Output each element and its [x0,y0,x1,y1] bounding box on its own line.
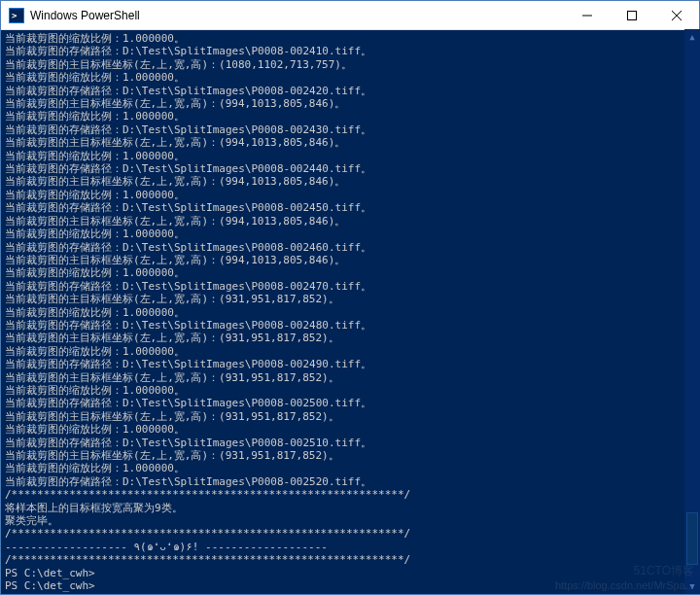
terminal-line: 当前裁剪图的存储路径：D:\Test\SplitImages\P0008-002… [5,201,695,214]
terminal-line: 当前裁剪图的主目标框坐标(左,上,宽,高)：(994,1013,805,846)… [5,136,695,149]
terminal-line: 当前裁剪图的缩放比例：1.000000。 [5,189,695,201]
terminal-line: 当前裁剪图的主目标框坐标(左,上,宽,高)：(931,951,817,852)。 [5,332,695,344]
watermark-url: https://blog.csdn.net/MrSpa... [555,579,694,591]
terminal-line: 当前裁剪图的存储路径：D:\Test\SplitImages\P0008-002… [5,45,695,57]
terminal-line: 当前裁剪图的缩放比例：1.000000。 [5,71,695,84]
terminal-line: 当前裁剪图的存储路径：D:\Test\SplitImages\P0008-002… [5,162,695,175]
terminal-line: 当前裁剪图的存储路径：D:\Test\SplitImages\P0008-002… [5,123,695,136]
terminal-line: 当前裁剪图的主目标框坐标(左,上,宽,高)：(994,1013,805,846)… [5,175,695,188]
terminal-line: 当前裁剪图的缩放比例：1.000000。 [5,266,695,279]
close-button[interactable] [654,1,699,29]
powershell-window: Windows PowerShell 当前裁剪图的缩放比例：1.000000。当… [0,0,700,595]
terminal-line: 当前裁剪图的缩放比例：1.000000。 [5,228,695,240]
terminal-line: 当前裁剪图的主目标框坐标(左,上,宽,高)：(994,1013,805,846)… [5,215,695,228]
svg-rect-1 [628,11,637,19]
terminal-line: /***************************************… [5,553,695,566]
terminal-line: 当前裁剪图的存储路径：D:\Test\SplitImages\P0008-002… [5,437,695,449]
vertical-scrollbar[interactable]: ▲ ▼ [684,29,700,594]
terminal-line: 当前裁剪图的存储路径：D:\Test\SplitImages\P0008-002… [5,241,695,254]
minimize-button[interactable] [565,1,610,29]
terminal-line: 当前裁剪图的主目标框坐标(左,上,宽,高)：(994,1013,805,846)… [5,254,695,266]
powershell-icon [9,8,24,23]
terminal-line: 当前裁剪图的主目标框坐标(左,上,宽,高)：(931,951,817,852)。 [5,293,695,305]
terminal-line: 当前裁剪图的缩放比例：1.000000。 [5,345,695,358]
terminal-line: 当前裁剪图的存储路径：D:\Test\SplitImages\P0008-002… [5,358,695,370]
scrollbar-thumb[interactable] [686,512,698,565]
terminal-output[interactable]: 当前裁剪图的缩放比例：1.000000。当前裁剪图的存储路径：D:\Test\S… [1,30,699,594]
watermark-text: 51CTO博客 [634,563,694,579]
terminal-line: ------------------- ٩(๑❛ᴗ❛๑)۶! ---------… [5,541,695,553]
terminal-line: /***************************************… [5,488,695,501]
terminal-line: 当前裁剪图的存储路径：D:\Test\SplitImages\P0008-002… [5,397,695,409]
terminal-line: 当前裁剪图的存储路径：D:\Test\SplitImages\P0008-002… [5,85,695,97]
terminal-line: 当前裁剪图的主目标框坐标(左,上,宽,高)：(931,951,817,852)。 [5,371,695,384]
window-title: Windows PowerShell [30,9,565,22]
terminal-line: 当前裁剪图的主目标框坐标(左,上,宽,高)：(931,951,817,852)。 [5,449,695,462]
terminal-line: PS C:\det_cwh> [5,567,695,579]
terminal-line: PS C:\det_cwh> [5,592,695,594]
terminal-line: 当前裁剪图的主目标框坐标(左,上,宽,高)：(994,1013,805,846)… [5,97,695,110]
terminal-line: 当前裁剪图的存储路径：D:\Test\SplitImages\P0008-002… [5,319,695,332]
terminal-line: 当前裁剪图的缩放比例：1.000000。 [5,150,695,162]
terminal-line: 当前裁剪图的主目标框坐标(左,上,宽,高)：(1080,1102,713,757… [5,58,695,71]
maximize-button[interactable] [610,1,654,29]
terminal-line: 将样本图上的目标框按宽高聚为9类。 [5,502,695,514]
terminal-line: 当前裁剪图的缩放比例：1.000000。 [5,306,695,319]
terminal-line: 当前裁剪图的缩放比例：1.000000。 [5,110,695,122]
terminal-line: 当前裁剪图的缩放比例：1.000000。 [5,462,695,474]
terminal-line: 当前裁剪图的缩放比例：1.000000。 [5,423,695,436]
terminal-line: 当前裁剪图的缩放比例：1.000000。 [5,384,695,397]
scroll-up-arrow[interactable]: ▲ [684,29,700,45]
terminal-line: /***************************************… [5,527,695,540]
terminal-line: 当前裁剪图的存储路径：D:\Test\SplitImages\P0008-002… [5,280,695,293]
terminal-line: 当前裁剪图的存储路径：D:\Test\SplitImages\P0008-002… [5,475,695,488]
terminal-line: 聚类完毕。 [5,514,695,527]
titlebar[interactable]: Windows PowerShell [1,1,699,30]
terminal-line: 当前裁剪图的缩放比例：1.000000。 [5,32,695,45]
terminal-line: 当前裁剪图的主目标框坐标(左,上,宽,高)：(931,951,817,852)。 [5,410,695,423]
